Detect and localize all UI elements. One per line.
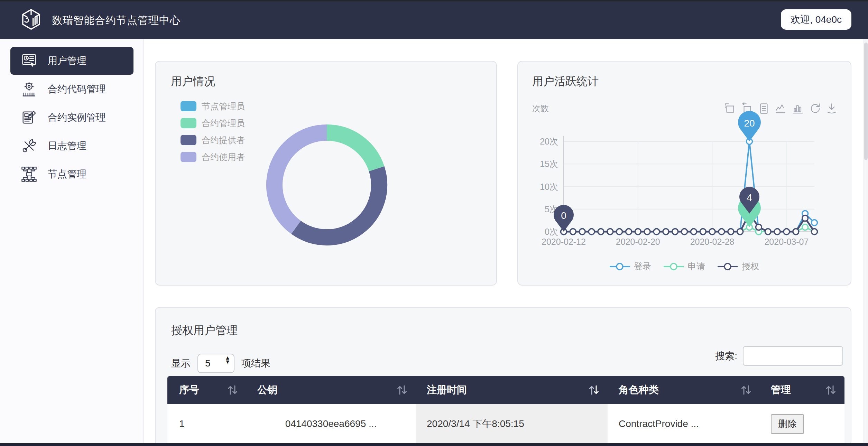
data-point bbox=[570, 229, 576, 235]
sort-icon[interactable] bbox=[396, 384, 407, 396]
line-legend-item[interactable]: 登录 bbox=[610, 261, 651, 272]
contract-code-icon bbox=[20, 80, 38, 98]
search-input[interactable] bbox=[743, 346, 843, 366]
authorized-users-table: 序号公钥注册时间角色种类管理 104140330eea6695 ...2020/… bbox=[167, 376, 844, 445]
sidebar-nav: 用户管理合约代码管理合约实例管理日志管理节点管理 bbox=[0, 39, 144, 446]
legend-marker-icon bbox=[610, 263, 630, 270]
user-overview-card: 用户情况 节点管理员合约管理员合约提供者合约使用者 bbox=[155, 61, 497, 286]
data-point bbox=[774, 229, 780, 235]
legend-marker-icon bbox=[718, 263, 738, 270]
sidebar-item-label: 合约代码管理 bbox=[48, 83, 106, 96]
data-point bbox=[598, 229, 604, 235]
line-legend-item[interactable]: 申请 bbox=[664, 261, 705, 272]
data-point bbox=[663, 229, 669, 235]
user-donut-chart bbox=[156, 62, 498, 286]
legend-marker-icon bbox=[664, 263, 684, 270]
scrollbar-thumb[interactable] bbox=[864, 43, 868, 160]
authorized-users-card: 授权用户管理 显示 5 ▲▼ 项结果 搜索: 序号公钥注册时间角色种类管理 10… bbox=[155, 307, 851, 446]
page-size-select[interactable]: 5 ▲▼ bbox=[197, 354, 234, 373]
data-point bbox=[579, 229, 585, 235]
log-tools-icon bbox=[20, 137, 38, 155]
column-label: 角色种类 bbox=[619, 384, 659, 395]
y-tick-label: 20次 bbox=[540, 137, 558, 146]
sidebar-item-label: 日志管理 bbox=[48, 139, 86, 152]
y-tick-label: 0次 bbox=[545, 227, 558, 236]
column-label: 注册时间 bbox=[427, 384, 467, 395]
sidebar-item-4[interactable]: 节点管理 bbox=[10, 160, 133, 188]
data-point bbox=[802, 224, 808, 230]
page-size-value: 5 bbox=[205, 358, 211, 369]
data-point bbox=[626, 229, 632, 235]
data-point bbox=[644, 229, 650, 235]
scrollbar-track[interactable] bbox=[864, 39, 868, 446]
cell-3: ContractProvide ... bbox=[608, 404, 760, 444]
contract-instance-icon bbox=[20, 109, 38, 127]
donut-slice-3[interactable] bbox=[275, 133, 327, 227]
column-header-4[interactable]: 管理 bbox=[760, 376, 844, 404]
search-label: 搜索: bbox=[715, 350, 737, 363]
data-point bbox=[691, 229, 696, 235]
y-tick-label: 15次 bbox=[540, 159, 558, 169]
sidebar-item-label: 用户管理 bbox=[48, 54, 86, 67]
data-point bbox=[802, 215, 808, 221]
cell-2: 2020/3/14 下午8:05:15 bbox=[416, 404, 608, 444]
column-header-3[interactable]: 角色种类 bbox=[608, 376, 760, 404]
column-header-0[interactable]: 序号 bbox=[167, 376, 246, 404]
data-point bbox=[812, 220, 818, 225]
x-tick-label: 2020-02-20 bbox=[616, 237, 660, 247]
markpoint-label: 0 bbox=[561, 210, 566, 221]
results-label: 项结果 bbox=[241, 357, 270, 370]
x-tick-label: 2020-02-28 bbox=[690, 237, 735, 247]
data-point bbox=[682, 229, 687, 235]
cell-0: 1 bbox=[167, 404, 246, 444]
data-point bbox=[709, 229, 715, 235]
line-legend-item[interactable]: 授权 bbox=[718, 261, 759, 272]
data-point bbox=[812, 229, 818, 235]
data-point bbox=[589, 229, 594, 235]
page-size-control: 显示 5 ▲▼ 项结果 bbox=[171, 354, 270, 373]
donut-slice-1[interactable] bbox=[327, 133, 377, 169]
data-point bbox=[672, 229, 678, 235]
data-point bbox=[765, 229, 771, 235]
y-tick-label: 10次 bbox=[540, 182, 558, 192]
cell-1: 04140330eea6695 ... bbox=[246, 404, 416, 444]
sidebar-item-1[interactable]: 合约代码管理 bbox=[10, 75, 133, 103]
markpoint-label: 20 bbox=[744, 118, 755, 129]
card-title-table: 授权用户管理 bbox=[171, 323, 238, 338]
sidebar-item-0[interactable]: 用户管理 bbox=[10, 47, 133, 75]
markpoint-label: 4 bbox=[747, 192, 752, 203]
table-row: 104140330eea6695 ...2020/3/14 下午8:05:15C… bbox=[167, 404, 844, 444]
app-title: 数瑞智能合约节点管理中心 bbox=[52, 0, 181, 39]
sort-icon[interactable] bbox=[227, 384, 238, 396]
column-label: 管理 bbox=[771, 384, 791, 395]
sort-icon[interactable] bbox=[588, 384, 599, 396]
welcome-user-button[interactable]: 欢迎, 04e0c bbox=[781, 9, 851, 30]
data-point bbox=[654, 229, 659, 235]
sidebar-item-3[interactable]: 日志管理 bbox=[10, 132, 133, 160]
column-header-1[interactable]: 公钥 bbox=[246, 376, 416, 404]
column-header-2[interactable]: 注册时间 bbox=[416, 376, 608, 404]
sort-icon[interactable] bbox=[740, 384, 751, 396]
table-search: 搜索: bbox=[715, 346, 843, 366]
legend-label: 登录 bbox=[634, 261, 651, 272]
line-legend: 登录申请授权 bbox=[518, 261, 851, 272]
table-header: 序号公钥注册时间角色种类管理 bbox=[167, 376, 844, 404]
data-point bbox=[700, 229, 706, 235]
shurui-logo-icon bbox=[19, 8, 43, 31]
table-body: 104140330eea6695 ...2020/3/14 下午8:05:15C… bbox=[167, 404, 844, 444]
sidebar-item-2[interactable]: 合约实例管理 bbox=[10, 104, 133, 131]
column-label: 公钥 bbox=[257, 384, 277, 395]
data-point bbox=[635, 229, 641, 235]
activity-line-chart: 0次5次10次15次20次2020-02-122020-02-202020-02… bbox=[518, 62, 852, 286]
sidebar-item-label: 节点管理 bbox=[48, 168, 86, 181]
cell-actions: 删除 bbox=[760, 404, 844, 444]
delete-button[interactable]: 删除 bbox=[771, 414, 804, 434]
show-label: 显示 bbox=[171, 357, 191, 370]
data-point bbox=[607, 229, 613, 235]
sort-icon[interactable] bbox=[825, 384, 836, 396]
sidebar-item-label: 合约实例管理 bbox=[48, 111, 106, 124]
data-point bbox=[756, 224, 761, 230]
x-tick-label: 2020-02-12 bbox=[542, 237, 586, 247]
donut-slice-2[interactable] bbox=[296, 169, 379, 237]
column-label: 序号 bbox=[179, 384, 199, 395]
